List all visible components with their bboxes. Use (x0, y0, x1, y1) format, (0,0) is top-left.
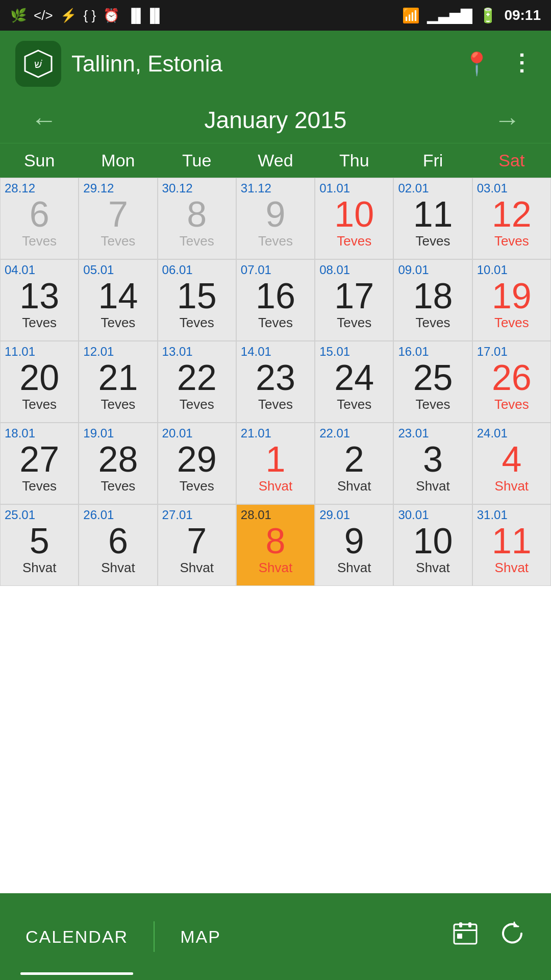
cal-cell[interactable]: 13.0122Teves (158, 341, 236, 423)
gregorian-date: 10.01 (475, 263, 508, 277)
calendar-grid-container: 28.126Teves29.127Teves30.128Teves31.129T… (0, 178, 551, 586)
hebrew-month-label: Teves (180, 397, 214, 412)
header-tuesday: Tue (158, 143, 236, 178)
main-date-number: 12 (492, 197, 532, 232)
main-date-number: 16 (256, 278, 295, 314)
cal-cell[interactable]: 24.014Shvat (472, 423, 551, 504)
hebrew-month-label: Teves (101, 315, 135, 331)
hebrew-month-label: Teves (258, 315, 293, 331)
header-thursday: Thu (315, 143, 393, 178)
hebrew-month-label: Shvat (416, 478, 450, 494)
hebrew-month-label: Teves (101, 233, 135, 249)
prev-month-button[interactable]: ← (20, 105, 67, 135)
tab-map[interactable]: MAP (155, 893, 246, 980)
hebrew-month-label: Teves (494, 315, 529, 331)
hebrew-month-label: Teves (101, 478, 135, 494)
cal-cell[interactable]: 16.0125Teves (393, 341, 472, 423)
refresh-icon[interactable] (499, 920, 525, 953)
main-date-number: 28 (98, 442, 138, 477)
calendar-today-icon[interactable] (452, 920, 479, 953)
cal-cell[interactable]: 11.0120Teves (0, 341, 79, 423)
cal-cell[interactable]: 12.0121Teves (79, 341, 157, 423)
main-date-number: 11 (492, 523, 532, 559)
main-date-number: 11 (413, 197, 453, 232)
main-date-number: 24 (334, 360, 374, 396)
cal-cell[interactable]: 04.0113Teves (0, 259, 79, 341)
cal-cell[interactable]: 03.0112Teves (472, 178, 551, 259)
cal-cell[interactable]: 29.127Teves (79, 178, 157, 259)
cal-cell[interactable]: 29.019Shvat (315, 504, 393, 586)
cal-cell[interactable]: 31.129Teves (236, 178, 315, 259)
cal-cell[interactable]: 08.0117Teves (315, 259, 393, 341)
header-monday: Mon (79, 143, 157, 178)
cal-cell[interactable]: 06.0115Teves (158, 259, 236, 341)
cal-cell[interactable]: 28.018Shvat (236, 504, 315, 586)
location-pin-icon[interactable]: 📍 (463, 51, 491, 77)
svg-rect-4 (468, 922, 471, 927)
cal-cell[interactable]: 23.013Shvat (393, 423, 472, 504)
main-date-number: 17 (334, 278, 374, 314)
cal-cell[interactable]: 10.0119Teves (472, 259, 551, 341)
cal-cell[interactable]: 19.0128Teves (79, 423, 157, 504)
cal-cell[interactable]: 31.0111Shvat (472, 504, 551, 586)
gregorian-date: 03.01 (475, 181, 508, 195)
main-date-number: 6 (30, 197, 49, 232)
main-date-number: 2 (344, 442, 364, 477)
cal-cell[interactable]: 14.0123Teves (236, 341, 315, 423)
main-date-number: 13 (19, 278, 59, 314)
calendar-grid: 28.126Teves29.127Teves30.128Teves31.129T… (0, 178, 551, 586)
hebrew-month-label: Teves (258, 397, 293, 412)
hebrew-month-label: Shvat (337, 560, 371, 576)
hebrew-month-label: Shvat (495, 560, 529, 576)
cal-cell[interactable]: 01.0110Teves (315, 178, 393, 259)
cal-cell[interactable]: 30.0110Shvat (393, 504, 472, 586)
cal-cell[interactable]: 18.0127Teves (0, 423, 79, 504)
gregorian-date: 18.01 (3, 426, 35, 440)
hebrew-month-label: Teves (22, 397, 57, 412)
cal-cell[interactable]: 15.0124Teves (315, 341, 393, 423)
gregorian-date: 30.01 (396, 508, 429, 522)
more-options-icon[interactable]: ︙ (509, 49, 536, 79)
location-title: Tallinn, Estonia (71, 51, 222, 77)
gregorian-date: 26.01 (81, 508, 114, 522)
cal-cell[interactable]: 21.011Shvat (236, 423, 315, 504)
cal-cell[interactable]: 05.0114Teves (79, 259, 157, 341)
cal-cell[interactable]: 22.012Shvat (315, 423, 393, 504)
header-saturday: Sat (472, 143, 551, 178)
status-right-icons: 📶 ▁▃▅▇ 🔋 09:11 (402, 7, 541, 24)
gregorian-date: 22.01 (317, 426, 350, 440)
hebrew-month-label: Shvat (259, 560, 293, 576)
hebrew-month-label: Teves (416, 315, 450, 331)
cal-cell[interactable]: 25.015Shvat (0, 504, 79, 586)
hebrew-month-label: Teves (416, 233, 450, 249)
hebrew-month-label: Teves (22, 233, 57, 249)
cal-cell[interactable]: 09.0118Teves (393, 259, 472, 341)
main-date-number: 21 (98, 360, 138, 396)
gregorian-date: 28.12 (3, 181, 35, 195)
battery-icon: 🔋 (479, 7, 497, 24)
gregorian-date: 06.01 (160, 263, 193, 277)
cal-cell[interactable]: 27.017Shvat (158, 504, 236, 586)
app-header: שׁ Tallinn, Estonia 📍 ︙ (0, 31, 551, 97)
cal-cell[interactable]: 20.0129Teves (158, 423, 236, 504)
gregorian-date: 05.01 (81, 263, 114, 277)
bottom-navigation: CALENDAR MAP (0, 893, 551, 980)
gregorian-date: 20.01 (160, 426, 193, 440)
cal-cell[interactable]: 02.0111Teves (393, 178, 472, 259)
gregorian-date: 02.01 (396, 181, 429, 195)
cal-cell[interactable]: 26.016Shvat (79, 504, 157, 586)
hebrew-month-label: Teves (22, 315, 57, 331)
gregorian-date: 31.12 (239, 181, 271, 195)
weekday-headers: Sun Mon Tue Wed Thu Fri Sat (0, 143, 551, 178)
next-month-button[interactable]: → (484, 105, 531, 135)
cal-cell[interactable]: 17.0126Teves (472, 341, 551, 423)
hebrew-month-label: Shvat (101, 560, 135, 576)
cal-cell[interactable]: 30.128Teves (158, 178, 236, 259)
cal-cell[interactable]: 28.126Teves (0, 178, 79, 259)
gregorian-date: 24.01 (475, 426, 508, 440)
svg-text:שׁ: שׁ (34, 58, 42, 70)
brackets-icon: { } (84, 8, 96, 23)
cal-cell[interactable]: 07.0116Teves (236, 259, 315, 341)
tab-calendar[interactable]: CALENDAR (0, 893, 154, 980)
header-right-actions[interactable]: 📍 ︙ (463, 49, 536, 79)
